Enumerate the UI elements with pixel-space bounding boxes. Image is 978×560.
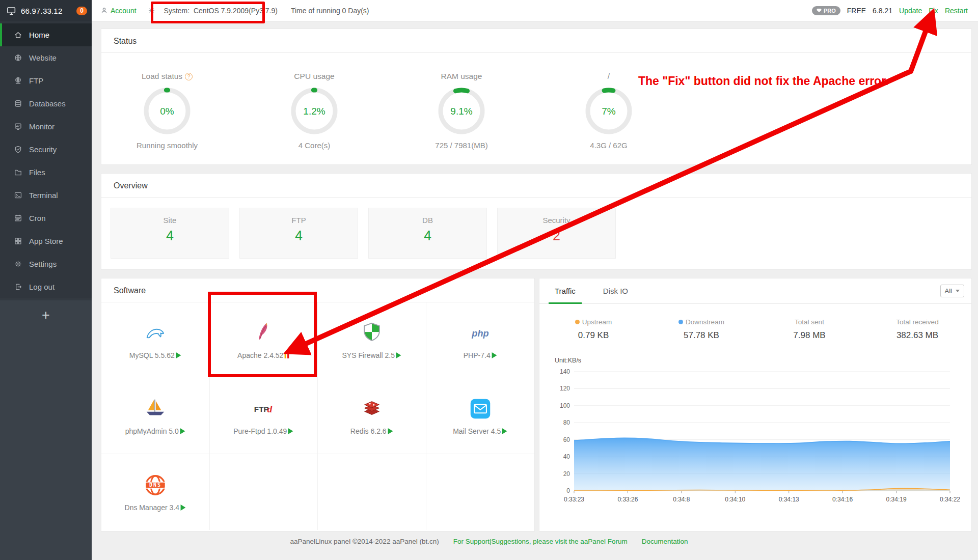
server-icon — [7, 6, 16, 16]
sidebar-menu: HomeWebsiteFTPDatabasesMonitorSecurityFi… — [0, 21, 92, 298]
software-item-firewall[interactable]: SYS Firewall 2.5 — [318, 302, 426, 378]
account-button[interactable]: Account — [100, 7, 137, 15]
running-play-icon[interactable] — [288, 428, 293, 434]
running-play-icon[interactable] — [176, 352, 181, 358]
software-item-label: Apache 2.4.52 — [237, 351, 289, 359]
overview-card-label: FTP — [240, 216, 358, 225]
software-item-label: PHP-7.4 — [464, 351, 497, 359]
system-info: System: CentOS 7.9.2009(Py3.7.9) — [164, 7, 278, 15]
sidebar-item-website[interactable]: Website — [0, 46, 92, 69]
firewall-icon — [360, 321, 384, 345]
overview-card-security[interactable]: Security2 — [497, 208, 616, 259]
running-play-icon[interactable] — [396, 352, 401, 358]
overview-card-db[interactable]: DB4 — [368, 208, 487, 259]
software-item-label: MySQL 5.5.62 — [129, 351, 181, 359]
running-play-icon[interactable] — [180, 505, 186, 511]
software-item-mysql[interactable]: MySQL 5.5.62 — [101, 302, 210, 378]
sidebar-item-monitor[interactable]: Monitor — [0, 115, 92, 138]
gauge-cpu: CPU usage1.2%4 Core(s) — [268, 71, 360, 150]
sidebar-item-label: Security — [29, 145, 57, 154]
sidebar-item-files[interactable]: Files — [0, 161, 92, 184]
software-item-mailserver[interactable]: Mail Server 4.5 — [426, 378, 535, 454]
software-cell-empty — [426, 454, 535, 530]
software-item-label: Pure-Ftpd 1.0.49 — [233, 427, 293, 435]
software-cell-empty — [318, 454, 426, 530]
software-item-php[interactable]: phpPHP-7.4 — [426, 302, 535, 378]
overview-card-label: Security — [498, 216, 615, 225]
stopped-pause-icon[interactable] — [284, 352, 289, 358]
php-icon: php — [469, 321, 492, 345]
overview-title: Overview — [101, 174, 971, 198]
sidebar-item-ftp[interactable]: FTP — [0, 69, 92, 92]
svg-text:php: php — [471, 328, 488, 339]
sidebar-item-settings[interactable]: Settings — [0, 253, 92, 275]
redis-icon — [360, 397, 384, 421]
website-icon — [14, 53, 22, 62]
software-item-pureftpd[interactable]: FTPdPure-Ftpd 1.0.49 — [210, 378, 318, 454]
traffic-stat-label: Total sent — [755, 318, 863, 326]
svg-text:0:34:22: 0:34:22 — [940, 496, 960, 503]
software-item-apache[interactable]: Apache 2.4.52 — [210, 302, 318, 378]
docs-link[interactable]: Documentation — [642, 538, 688, 545]
traffic-stat-value: 57.78 KB — [647, 330, 755, 341]
traffic-stat-total-received: Total received382.63 MB — [863, 318, 971, 341]
svg-text:d: d — [267, 404, 273, 414]
fix-link[interactable]: Fix — [929, 7, 938, 15]
sidebar-item-home[interactable]: Home — [0, 23, 92, 46]
software-item-phpmyadmin[interactable]: phpMyAdmin 5.0 — [101, 378, 210, 454]
traffic-stat-total-sent: Total sent7.98 MB — [755, 318, 863, 341]
system-value: CentOS 7.9.2009(Py3.7.9) — [194, 7, 278, 15]
overview-cards: Site4FTP4DB4Security2 — [101, 198, 971, 259]
message-count-badge[interactable]: 0 — [76, 7, 87, 15]
sidebar-item-terminal[interactable]: Terminal — [0, 184, 92, 207]
traffic-range-select[interactable]: All — [940, 285, 964, 297]
sidebar-item-cron[interactable]: Cron — [0, 207, 92, 230]
gauge-subtext: 4.3G / 62G — [563, 141, 655, 150]
monitor-icon — [14, 122, 22, 131]
panel-gear-icon[interactable] — [148, 7, 155, 14]
traffic-stat-label: Total received — [863, 318, 971, 326]
gauge-disk: /7%4.3G / 62G — [563, 71, 655, 150]
sidebar-item-databases[interactable]: Databases — [0, 92, 92, 115]
sidebar-item-logout[interactable]: Log out — [0, 275, 92, 298]
software-cell-empty — [210, 454, 318, 530]
running-play-icon[interactable] — [492, 352, 497, 358]
software-item-redis[interactable]: Redis 6.2.6 — [318, 378, 426, 454]
traffic-stat-downstream: Downstream57.78 KB — [647, 318, 755, 341]
sidebar-item-label: Settings — [29, 260, 57, 268]
sidebar-item-appstore[interactable]: App Store — [0, 230, 92, 253]
help-icon[interactable]: ? — [185, 73, 193, 80]
sidebar-item-label: Monitor — [29, 122, 55, 131]
svg-text:0:34:19: 0:34:19 — [886, 496, 907, 503]
software-item-dnsmanager[interactable]: DNSDns Manager 3.4 — [101, 454, 210, 530]
overview-card-ftp[interactable]: FTP4 — [239, 208, 358, 259]
pureftpd-icon: FTPd — [252, 397, 275, 421]
legend-dot-icon — [575, 320, 580, 324]
server-ip: 66.97.33.12 — [21, 7, 62, 15]
running-play-icon[interactable] — [502, 428, 507, 434]
traffic-stat-name: Total sent — [795, 318, 824, 326]
svg-text:0:34:13: 0:34:13 — [779, 496, 799, 503]
running-play-icon[interactable] — [180, 428, 185, 434]
forum-link[interactable]: For Support|Suggestions, please visit th… — [453, 538, 628, 545]
restart-link[interactable]: Restart — [945, 7, 968, 15]
tab-disk-io[interactable]: Disk IO — [600, 278, 631, 303]
software-item-name: Redis 6.2.6 — [350, 427, 387, 435]
files-icon — [14, 168, 22, 177]
traffic-stats: Upstream0.79 KBDownstream57.78 KBTotal s… — [539, 318, 971, 341]
logout-icon — [14, 283, 22, 291]
phpmyadmin-icon — [144, 397, 167, 421]
sidebar-item-security[interactable]: Security — [0, 138, 92, 161]
traffic-stat-value: 382.63 MB — [863, 330, 971, 341]
gauge-title-text: RAM usage — [441, 72, 482, 81]
footer: aaPanelLinux panel ©2014-2022 aaPanel (b… — [92, 538, 978, 545]
traffic-stat-upstream: Upstream0.79 KB — [539, 318, 647, 341]
tab-traffic[interactable]: Traffic — [552, 278, 579, 303]
software-item-name: PHP-7.4 — [464, 351, 491, 359]
update-link[interactable]: Update — [899, 7, 922, 15]
add-shortcut-button[interactable]: + — [0, 300, 92, 323]
running-play-icon[interactable] — [388, 428, 393, 434]
gauge-ring-ram: 9.1% — [416, 85, 507, 139]
pro-badge[interactable]: PRO — [812, 6, 840, 15]
overview-card-site[interactable]: Site4 — [111, 208, 229, 259]
